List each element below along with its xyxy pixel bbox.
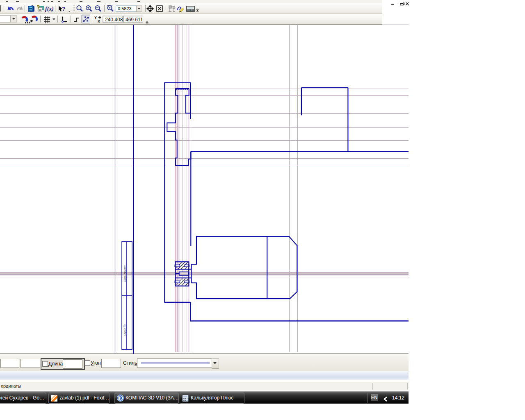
svg-text:?: ? xyxy=(62,6,65,12)
svg-text:Перв. примен.: Перв. примен. xyxy=(123,265,126,282)
svg-text:Y: Y xyxy=(94,16,97,20)
svg-text:469.611: 469.611 xyxy=(126,17,143,23)
svg-text:f(x): f(x) xyxy=(45,6,54,12)
svg-text:X: X xyxy=(98,19,100,23)
svg-text:0.5823: 0.5823 xyxy=(118,6,132,11)
svg-text:240.408: 240.408 xyxy=(105,17,123,23)
svg-text:Справ. №: Справ. № xyxy=(123,324,126,336)
svg-text:?: ? xyxy=(37,5,40,11)
